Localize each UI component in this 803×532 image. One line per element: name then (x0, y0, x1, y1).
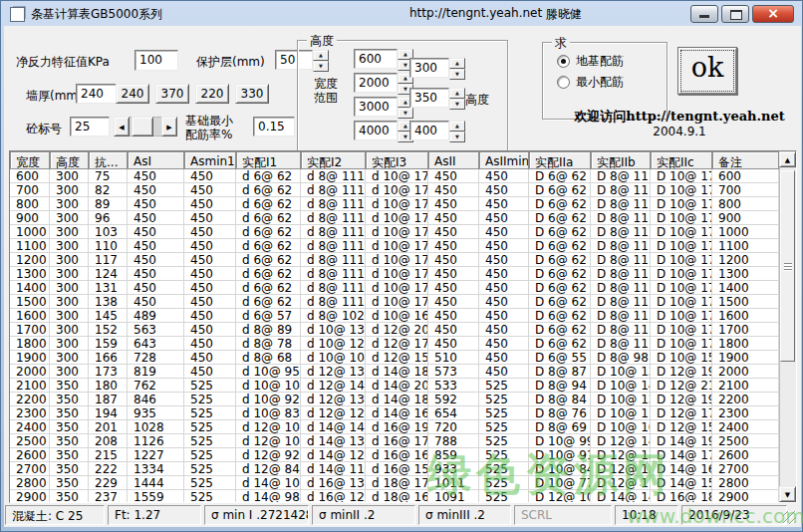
spin-down-icon[interactable]: ▼ (449, 132, 465, 142)
minimize-button[interactable] (690, 5, 718, 23)
table-row[interactable]: 1500300138450450d 6@ 62d 8@ 111d 10@ 174… (10, 295, 779, 309)
table-cell: 533 (428, 379, 479, 393)
column-header[interactable]: 抗... (89, 151, 128, 169)
table-cell: D 10@ 174 (651, 225, 712, 239)
table-row[interactable]: 1900300166728450d 8@ 68d 10@ 107d 12@ 15… (10, 351, 779, 365)
concrete-grade-input[interactable]: 25 (70, 117, 110, 136)
table-row[interactable]: 27003502221334525d 12@ 84d 14@ 115d 16@ … (10, 462, 779, 476)
width-range-spinner-value[interactable]: 2000 (354, 73, 398, 93)
column-header[interactable]: AsI (128, 151, 184, 169)
table-cell: D 6@ 62 (529, 239, 591, 253)
column-header[interactable]: AsIImin (479, 151, 529, 169)
table-cell: 131 (89, 281, 128, 295)
width-range-spinner-value[interactable]: 3000 (354, 97, 398, 117)
scroll-down-icon[interactable]: ▼ (779, 486, 796, 502)
ok-button[interactable]: ok (677, 47, 737, 95)
table-cell: D 6@ 55 (529, 351, 591, 365)
wall-thickness-input[interactable]: 240 (76, 84, 118, 104)
scrollbar-thumb[interactable] (780, 170, 795, 362)
table-row[interactable]: 1100300110450450d 6@ 62d 8@ 111d 10@ 174… (10, 239, 779, 253)
table-cell: D 14@ 164 (651, 462, 712, 476)
wall-thickness-button[interactable]: 330 (235, 84, 269, 104)
min-ratio-input[interactable]: 0.15 (253, 117, 295, 136)
radio-option[interactable]: 地基配筋 (557, 53, 667, 70)
table-cell: 450 (184, 183, 236, 197)
radio-option[interactable]: 最小配筋 (557, 74, 667, 91)
spin-up-icon[interactable]: ▲ (449, 58, 465, 69)
spin-up-icon[interactable]: ▲ (449, 121, 465, 132)
radio-icon[interactable] (557, 76, 570, 89)
table-cell: d 10@ 139 (301, 323, 366, 337)
column-header[interactable]: 实配IIa (529, 151, 591, 169)
column-header[interactable]: Asmin1 (184, 151, 236, 169)
table-cell: D 10@ 84 (529, 462, 591, 476)
column-header[interactable]: 实配IIb (591, 151, 651, 169)
table-cell: 2500 (10, 434, 50, 448)
table-row[interactable]: 1600300145489450d 6@ 57d 8@ 102d 10@ 160… (10, 309, 779, 323)
wall-thickness-button[interactable]: 240 (116, 84, 149, 104)
column-header[interactable]: 宽度 (10, 151, 50, 169)
table-cell: 525 (479, 490, 529, 502)
table-row[interactable]: 2300350194935525d 10@ 83d 12@ 120d 14@ 1… (10, 406, 779, 420)
table-row[interactable]: 28003502291444525d 14@ 106d 16@ 139d 18@… (10, 476, 779, 490)
title-author: 滕晓健 (546, 6, 582, 23)
table-row[interactable]: 2000300173819450d 10@ 95d 12@ 137d 14@ 1… (10, 365, 779, 379)
table-row[interactable]: 29003502371559525d 14@ 98d 16@ 128d 18@ … (10, 490, 779, 502)
table-row[interactable]: 1400300131450450d 6@ 62d 8@ 111d 10@ 174… (10, 281, 779, 295)
table-cell: d 10@ 174 (366, 267, 428, 281)
title-bar[interactable]: 条基计算表GB5000系列 http://tengnt.yeah.net 滕晓健 (1, 1, 802, 26)
table-row[interactable]: 1700300152563450d 8@ 89d 10@ 139d 12@ 20… (10, 323, 779, 337)
table-row[interactable]: 90030096450450d 6@ 62d 8@ 111d 10@ 17445… (10, 211, 779, 225)
table-row[interactable]: 2100350180762525d 10@ 102d 12@ 148d 14@ … (10, 379, 779, 393)
column-header[interactable]: 备注 (712, 151, 779, 169)
table-row[interactable]: 1300300124450450d 6@ 62d 8@ 111d 10@ 174… (10, 267, 779, 281)
table-cell: D 6@ 62 (529, 337, 591, 351)
table-row[interactable]: 60030075450450d 6@ 62d 8@ 111d 10@ 17445… (10, 169, 779, 183)
concrete-grade-scrollbar[interactable]: ◀ ▶ (114, 117, 177, 136)
table-cell: 450 (428, 239, 479, 253)
table-row[interactable]: 25003502081126525d 12@ 100d 14@ 136d 16@… (10, 434, 779, 448)
wall-thickness-button[interactable]: 220 (195, 84, 229, 104)
spin-down-icon[interactable]: ▼ (449, 69, 465, 80)
table-row[interactable]: 2200350187846525d 10@ 92d 12@ 133d 14@ 1… (10, 393, 779, 406)
scroll-up-icon[interactable]: ▲ (779, 151, 796, 167)
column-header[interactable]: AsII (428, 151, 479, 169)
net-reaction-input[interactable]: 100 (134, 50, 178, 71)
spin-up-icon[interactable]: ▲ (449, 88, 465, 99)
radio-icon[interactable] (557, 55, 570, 68)
height-range-spinner-value[interactable]: 350 (409, 88, 449, 108)
table-cell: D 8@ 69 (529, 420, 591, 434)
scroll-left-icon[interactable]: ◀ (114, 117, 130, 136)
table-cell: 2600 (10, 448, 50, 462)
height-range-spinner-value[interactable]: 300 (409, 58, 449, 78)
table-cell: D 6@ 62 (529, 323, 591, 337)
scrollbar-track[interactable] (153, 117, 161, 136)
table-row[interactable]: 26003502151227525d 12@ 92d 14@ 125d 16@ … (10, 448, 779, 462)
spin-down-icon[interactable]: ▼ (398, 108, 413, 119)
table-row[interactable]: 24003502011028525d 12@ 109d 14@ 149d 16@… (10, 420, 779, 434)
resize-grip[interactable] (783, 511, 796, 524)
column-header[interactable]: 高度 (50, 151, 89, 169)
table-cell: D 12@ 172 (651, 406, 712, 420)
table-row[interactable]: 70030082450450d 6@ 62d 8@ 111d 10@ 17445… (10, 183, 779, 197)
table-cell: 1700 (10, 323, 50, 337)
table-row[interactable]: 1200300117450450d 6@ 62d 8@ 111d 10@ 174… (10, 253, 779, 267)
table-row[interactable]: 1000300103450450d 6@ 62d 8@ 111d 10@ 174… (10, 225, 779, 239)
column-header[interactable]: 实配I1 (236, 151, 301, 169)
scroll-right-icon[interactable]: ▶ (161, 117, 177, 136)
column-header[interactable]: 实配I3 (366, 151, 428, 169)
width-range-spinner-value[interactable]: 4000 (354, 121, 398, 140)
close-button[interactable] (752, 5, 794, 23)
height-range-spinner-value[interactable]: 400 (409, 121, 449, 140)
column-header[interactable]: 实配IIc (651, 151, 712, 169)
scrollbar-thumb[interactable] (132, 117, 153, 136)
table-row[interactable]: 80030089450450d 6@ 62d 8@ 111d 10@ 17445… (10, 197, 779, 211)
maximize-button[interactable] (721, 5, 749, 23)
spin-down-icon[interactable]: ▼ (449, 99, 465, 110)
wall-thickness-button[interactable]: 370 (155, 84, 189, 104)
table-cell: 75 (89, 169, 128, 183)
column-header[interactable]: 实配I2 (301, 151, 366, 169)
table-row[interactable]: 1800300159643450d 8@ 78d 10@ 121d 12@ 17… (10, 337, 779, 351)
width-range-spinner-value[interactable]: 600 (354, 49, 398, 69)
grid-vertical-scrollbar[interactable]: ▲ ▼ (779, 151, 796, 502)
